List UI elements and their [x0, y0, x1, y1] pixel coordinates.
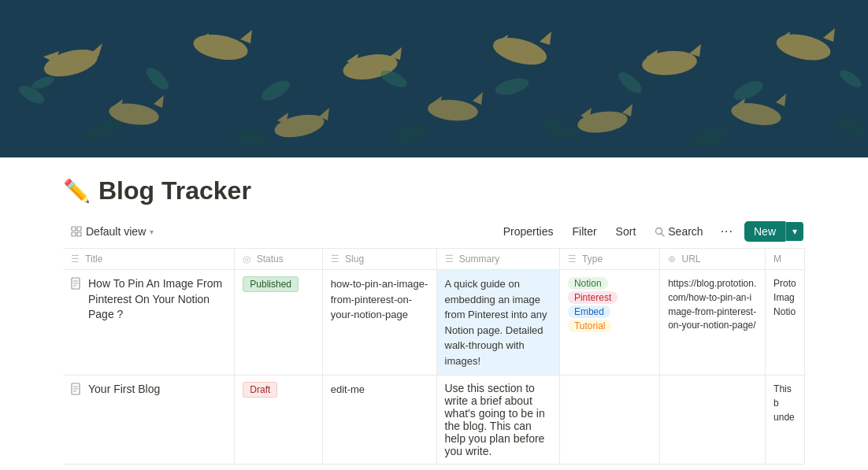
more-options-button[interactable]: ···	[716, 221, 738, 242]
status-badge: Published	[243, 276, 299, 292]
col-more-label: M	[773, 254, 781, 265]
row1-more-cell: Proto Imag Notio	[766, 270, 805, 376]
col-header-status[interactable]: ◎ Status	[235, 249, 322, 270]
col-header-type[interactable]: ☰ Type	[559, 249, 659, 270]
col-header-slug[interactable]: ☰ Slug	[322, 249, 436, 270]
row2-slug-text: edit-me	[331, 383, 365, 395]
row1-slug-cell[interactable]: how-to-pin-an-image-from-pinterest-on-yo…	[322, 270, 436, 376]
sort-button[interactable]: Sort	[610, 222, 643, 241]
col-url-label: URL	[682, 254, 701, 265]
page-title-row: ✏️ Blog Tracker	[63, 176, 805, 205]
page-doc-icon	[71, 383, 82, 398]
page-icon: ✏️	[63, 178, 91, 204]
row2-title-text: Your First Blog	[88, 382, 160, 398]
url-col-icon: ⊕	[668, 254, 676, 265]
title-col-icon: ☰	[71, 254, 80, 265]
table-row: Your First Blog Draft edit-me Use this s…	[63, 376, 805, 464]
row2-summary-text: Use this section to write a brief about …	[445, 382, 545, 457]
row2-more-text: This b unde	[773, 383, 795, 423]
toolbar-right: Properties Filter Sort Search ··· New ▾	[497, 221, 803, 242]
row2-url-cell[interactable]	[660, 376, 766, 464]
col-header-more[interactable]: M	[766, 249, 805, 270]
col-title-label: Title	[85, 254, 102, 265]
svg-rect-61	[77, 227, 81, 231]
row2-slug-cell[interactable]: edit-me	[322, 376, 436, 464]
search-icon	[655, 227, 665, 237]
summary-col-icon: ☰	[445, 254, 454, 265]
col-summary-label: Summary	[459, 254, 499, 265]
filter-button[interactable]: Filter	[566, 222, 603, 241]
database-table-container: ☰ Title ◎ Status ☰ Slug ☰ Summary	[63, 248, 805, 470]
row1-title-text: How To Pin An Image From Pinterest On Yo…	[88, 276, 226, 323]
svg-rect-0	[0, 0, 868, 157]
new-button-dropdown[interactable]: ▾	[785, 222, 803, 241]
table-header-row: ☰ Title ◎ Status ☰ Slug ☰ Summary	[63, 249, 805, 270]
grid-icon	[71, 226, 82, 237]
properties-button[interactable]: Properties	[497, 222, 560, 241]
row1-summary-text: A quick guide on embedding an image from…	[445, 278, 547, 367]
svg-rect-63	[77, 232, 81, 236]
chevron-down-icon: ▾	[150, 228, 154, 236]
page-title: Blog Tracker	[98, 176, 251, 205]
row2-more-cell: This b unde	[766, 376, 805, 464]
toolbar-left: Default view ▾	[65, 222, 160, 241]
col-header-title[interactable]: ☰ Title	[63, 249, 235, 270]
status-col-icon: ◎	[243, 254, 250, 265]
add-row-button[interactable]: + + New	[63, 464, 805, 470]
default-view-button[interactable]: Default view ▾	[65, 222, 160, 241]
database-table: ☰ Title ◎ Status ☰ Slug ☰ Summary	[63, 248, 805, 464]
row2-title-cell[interactable]: Your First Blog	[63, 376, 235, 464]
search-label: Search	[668, 225, 703, 238]
row1-more-text: Proto Imag Notio	[773, 278, 796, 317]
toolbar: Default view ▾ Properties Filter Sort Se…	[63, 221, 805, 242]
svg-rect-60	[72, 227, 76, 231]
col-header-url[interactable]: ⊕ URL	[660, 249, 766, 270]
col-type-label: Type	[582, 254, 603, 265]
title-cell-content: How To Pin An Image From Pinterest On Yo…	[71, 276, 226, 323]
tag-tutorial: Tutorial	[568, 320, 612, 332]
row2-status-cell[interactable]: Draft	[235, 376, 322, 464]
new-button-group: New ▾	[744, 221, 803, 242]
type-col-icon: ☰	[568, 254, 577, 265]
col-slug-label: Slug	[345, 254, 364, 265]
svg-rect-62	[72, 232, 76, 236]
tag-pinterest: Pinterest	[568, 291, 618, 304]
new-button-main[interactable]: New	[744, 221, 785, 242]
col-status-label: Status	[257, 254, 284, 265]
table-row: How To Pin An Image From Pinterest On Yo…	[63, 270, 805, 376]
page-banner	[0, 0, 868, 157]
row1-url-cell[interactable]: https://blog.prototion.com/how-to-pin-an…	[660, 270, 766, 376]
page-content: ✏️ Blog Tracker Default view ▾ Propertie…	[0, 157, 868, 470]
default-view-label: Default view	[86, 225, 146, 238]
row1-title-cell[interactable]: How To Pin An Image From Pinterest On Yo…	[63, 270, 235, 376]
row1-url-text: https://blog.prototion.com/how-to-pin-an…	[668, 278, 756, 331]
slug-col-icon: ☰	[331, 254, 339, 265]
tag-notion: Notion	[568, 277, 608, 290]
row1-slug-text: how-to-pin-an-image-from-pinterest-on-yo…	[331, 278, 428, 320]
col-header-summary[interactable]: ☰ Summary	[436, 249, 559, 270]
page-doc-icon	[71, 277, 82, 292]
tag-embed: Embed	[568, 305, 610, 318]
search-button[interactable]: Search	[648, 222, 709, 241]
row2-summary-cell[interactable]: Use this section to write a brief about …	[436, 376, 559, 464]
row1-type-cell[interactable]: Notion Pinterest Embed Tutorial	[559, 270, 659, 376]
row2-type-cell	[559, 376, 659, 464]
row1-status-cell[interactable]: Published	[235, 270, 322, 376]
row1-summary-cell[interactable]: A quick guide on embedding an image from…	[436, 270, 559, 376]
status-badge: Draft	[243, 382, 277, 398]
title-cell-content: Your First Blog	[71, 382, 226, 398]
svg-line-65	[662, 233, 665, 236]
